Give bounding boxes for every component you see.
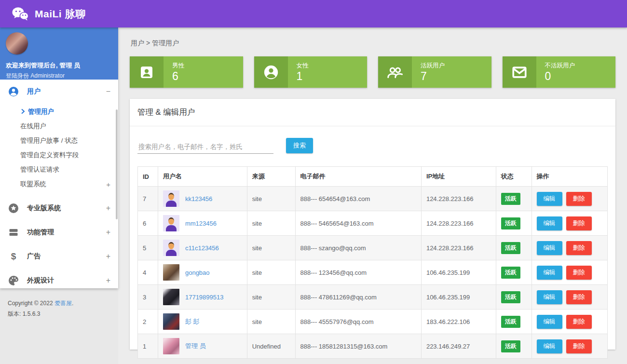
search-button[interactable]: 搜索: [286, 138, 313, 153]
sidebar-item-features[interactable]: 功能管理 +: [0, 220, 118, 244]
collapse-plus-icon[interactable]: +: [106, 277, 110, 284]
edit-button[interactable]: 编辑: [537, 241, 562, 255]
stat-label: 活跃用户: [421, 62, 445, 70]
stacked-bars-icon: [8, 227, 19, 238]
status-badge: 活跃: [501, 267, 520, 279]
cell-ip: 106.46.235.199: [421, 285, 496, 310]
sidebar-menu: 用户 − 管理用户 在线用户 管理用户故事 / 状态 管理自定义资料字段 管理认…: [0, 80, 118, 293]
version-text: 版本: 1.5.6.3: [8, 309, 110, 320]
edit-button[interactable]: 编辑: [537, 290, 562, 304]
collapse-plus-icon[interactable]: +: [106, 229, 110, 236]
submenu-label: 联盟系统: [20, 180, 46, 189]
delete-button[interactable]: 删除: [566, 290, 592, 304]
sidebar-scrollbar[interactable]: [116, 109, 118, 219]
submenu-manage-users[interactable]: 管理用户: [0, 105, 118, 119]
cell-email: 888--- 18581281315@163.com: [295, 334, 421, 359]
sidebar-item-label: 功能管理: [27, 228, 106, 237]
stat-value: 7: [421, 70, 445, 83]
cell-source: Undefined: [247, 334, 295, 359]
cell-ip: 183.46.222.106: [421, 310, 496, 334]
collapse-plus-icon[interactable]: +: [106, 204, 110, 212]
edit-button[interactable]: 编辑: [537, 192, 562, 206]
status-badge: 活跃: [501, 291, 520, 303]
column-header-ip: IP地址: [421, 167, 496, 187]
sidebar-item-label: 专业版系统: [27, 204, 106, 213]
cell-id: 6: [138, 211, 158, 236]
collapse-plus-icon[interactable]: +: [106, 253, 110, 260]
delete-button[interactable]: 删除: [566, 216, 592, 230]
panel-title: 管理 & 编辑用户: [130, 99, 615, 126]
admin-avatar[interactable]: [6, 32, 28, 54]
collapse-plus-icon[interactable]: +: [106, 180, 110, 189]
username-link[interactable]: 17719899513: [185, 294, 224, 301]
search-input[interactable]: [137, 140, 273, 154]
delete-button[interactable]: 删除: [566, 315, 592, 329]
submenu-label: 管理自定义资料字段: [20, 151, 79, 160]
sidebar-user-panel: 欢迎来到管理后台, 管理 员 登陆身份 Administrator: [0, 27, 118, 80]
cell-id: 4: [138, 260, 158, 285]
edit-button[interactable]: 编辑: [537, 216, 562, 230]
cell-ip: 106.46.235.199: [421, 260, 496, 285]
cell-ip: 223.146.249.27: [421, 334, 496, 359]
delete-button[interactable]: 删除: [566, 339, 592, 353]
dollar-icon: $: [8, 251, 19, 262]
welcome-text: 欢迎来到管理后台, 管理 员: [6, 61, 112, 70]
sidebar-item-users[interactable]: 用户 −: [0, 80, 118, 104]
submenu-verification-requests[interactable]: 管理认证请求: [0, 162, 118, 177]
user-avatar: [163, 190, 179, 207]
active-users-icon: [378, 56, 412, 88]
sidebar-item-ads[interactable]: $ 广告 +: [0, 244, 118, 269]
edit-button[interactable]: 编辑: [537, 339, 562, 353]
user-avatar: [163, 240, 179, 256]
sidebar-item-label: 用户: [27, 87, 106, 96]
collapse-minus-icon[interactable]: −: [106, 88, 110, 95]
username-link[interactable]: c11c123456: [185, 244, 219, 252]
cell-email: 888--- 5465654@163.com: [295, 211, 421, 236]
username-link[interactable]: mm123456: [185, 220, 217, 227]
user-avatar: [163, 215, 179, 231]
sidebar-item-pro-system[interactable]: 专业版系统 +: [0, 196, 118, 220]
cell-email: 888--- szango@qq.com: [295, 236, 421, 260]
copyright-link[interactable]: 爱喜屋: [55, 300, 72, 307]
stat-label: 女性: [297, 62, 309, 70]
app-title: MaiLi 脉聊: [35, 7, 86, 21]
user-avatar: [163, 313, 179, 330]
stat-label: 男性: [172, 62, 184, 70]
cell-source: site: [247, 260, 295, 285]
username-link[interactable]: kk123456: [185, 195, 212, 202]
submenu-online-users[interactable]: 在线用户: [0, 119, 118, 134]
inactive-users-icon: [503, 56, 536, 88]
status-badge: 活跃: [501, 217, 520, 229]
cell-email: 888--- 478611269@qq.com: [295, 285, 421, 310]
status-badge: 活跃: [501, 340, 520, 352]
sidebar-footer: Copyright © 2022 爱喜屋. 版本: 1.5.6.3: [0, 293, 118, 325]
manage-users-panel: 管理 & 编辑用户 搜索 ID 用户名 来源 电子邮件 IP地址 状态 操作 7: [130, 99, 615, 350]
delete-button[interactable]: 删除: [566, 192, 592, 206]
sidebar-item-label: 外观设计: [27, 276, 106, 285]
star-circle-icon: [8, 202, 19, 214]
submenu-affiliate-system[interactable]: 联盟系统 +: [0, 177, 118, 191]
submenu-custom-fields[interactable]: 管理自定义资料字段: [0, 148, 118, 162]
cell-source: site: [247, 310, 295, 334]
edit-button[interactable]: 编辑: [537, 266, 562, 280]
delete-button[interactable]: 删除: [566, 266, 592, 280]
submenu-user-stories[interactable]: 管理用户故事 / 状态: [0, 134, 118, 148]
cell-email: 888--- 123456@qq.com: [295, 260, 421, 285]
stat-value: 1: [297, 70, 309, 83]
cell-source: site: [247, 187, 295, 211]
sidebar-item-appearance[interactable]: 外观设计 +: [0, 269, 118, 293]
edit-button[interactable]: 编辑: [537, 315, 562, 329]
table-row: 2 彭 彭 site 888--- 45557976@qq.com 183.46…: [138, 310, 608, 334]
breadcrumb: 用户 > 管理用户: [131, 39, 615, 48]
table-row: 7 kk123456 site 888--- 654654@163.com 12…: [138, 187, 608, 211]
cell-id: 3: [138, 285, 158, 310]
cell-ip: 124.228.223.166: [421, 236, 496, 260]
stat-label: 不活跃用户: [545, 62, 575, 70]
username-link[interactable]: 管理 员: [185, 342, 206, 351]
copyright-text: Copyright © 2022 爱喜屋.: [8, 298, 110, 309]
delete-button[interactable]: 删除: [566, 241, 592, 255]
table-row: 4 gongbao site 888--- 123456@qq.com 106.…: [138, 260, 608, 285]
username-link[interactable]: gongbao: [185, 269, 210, 276]
username-link[interactable]: 彭 彭: [185, 317, 200, 326]
cell-ip: 124.228.223.166: [421, 187, 496, 211]
